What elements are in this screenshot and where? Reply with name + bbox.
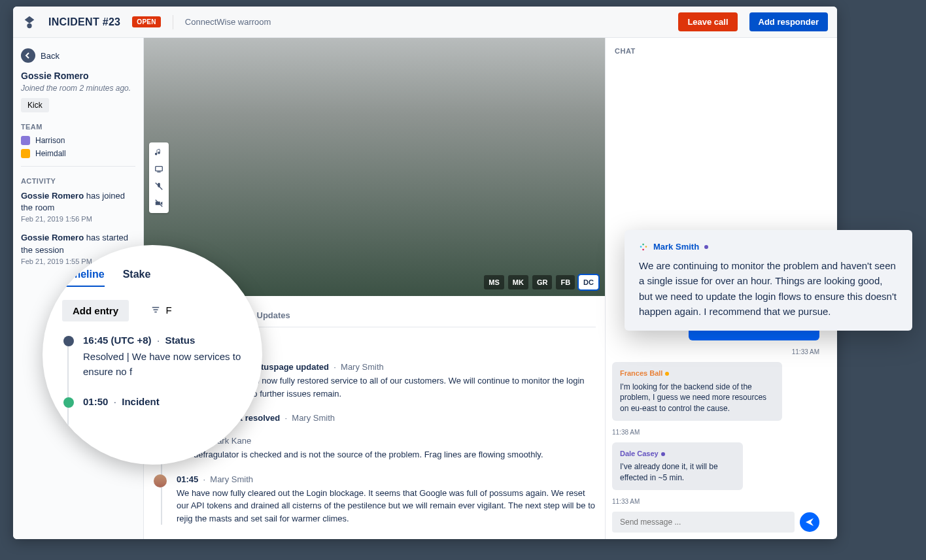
music-icon[interactable]	[152, 145, 166, 159]
msg-time: 11:33 AM	[792, 348, 819, 355]
svg-rect-3	[640, 246, 642, 248]
callout-card: Mark Smith We are continuing to monitor …	[625, 230, 912, 331]
team-swatch	[21, 149, 30, 158]
team-section-label: TEAM	[21, 123, 135, 131]
team-item[interactable]: Heimdall	[21, 149, 135, 158]
timeline-item: 01:45 · Mary Smith We have now fully cle…	[177, 474, 596, 525]
svg-point-0	[27, 23, 31, 27]
msg-author: Dale Casey	[620, 449, 735, 459]
callout-author: Mark Smith	[639, 242, 898, 252]
msg-time: 11:38 AM	[612, 429, 819, 436]
chat-message: Frances Ball I'm looking for the backend…	[612, 362, 782, 421]
add-responder-button[interactable]: Add responder	[749, 12, 828, 31]
participant-chip[interactable]: MK	[508, 275, 528, 289]
slack-icon	[639, 242, 648, 252]
back-label: Back	[41, 51, 60, 61]
filter-icon	[151, 305, 160, 314]
msg-time: 11:33 AM	[612, 498, 819, 505]
activity-item: Gossie Romero has joined the room Feb 21…	[21, 190, 135, 223]
send-icon	[804, 517, 815, 527]
avatar-icon	[154, 474, 167, 487]
video-controls	[149, 142, 169, 213]
participant-strip: MS MK GR FB DC	[484, 275, 598, 289]
lens-filter[interactable]: F	[151, 305, 171, 316]
svg-rect-4	[642, 243, 644, 245]
divider	[21, 166, 135, 167]
camera-off-icon[interactable]	[152, 196, 166, 210]
svg-rect-1	[156, 167, 163, 171]
room-name: ConnectWise warroom	[185, 17, 271, 27]
participant-chip[interactable]: GR	[532, 275, 553, 289]
status-icon	[63, 336, 74, 346]
msg-author: Frances Ball	[620, 369, 774, 378]
logo-icon	[22, 14, 37, 30]
screen-share-icon[interactable]	[152, 162, 166, 176]
back-arrow-icon	[21, 48, 35, 63]
lens-tab-stakeholder[interactable]: Stake	[123, 263, 151, 287]
participant-chip[interactable]: FB	[556, 275, 575, 289]
send-button[interactable]	[800, 512, 819, 532]
status-badge: OPEN	[132, 16, 161, 27]
topbar: INCIDENT #23 OPEN ConnectWise warroom Le…	[13, 7, 837, 38]
svg-rect-2	[157, 172, 160, 173]
chat-input[interactable]	[612, 512, 795, 533]
back-button[interactable]: Back	[21, 46, 135, 71]
magnifier-overlay: Timeline Stake Add entry F 16:45 (UTC +8…	[43, 245, 262, 465]
leave-call-button[interactable]: Leave call	[678, 12, 737, 31]
kick-button[interactable]: Kick	[21, 98, 49, 112]
chat-input-row	[606, 505, 826, 539]
divider	[173, 15, 173, 29]
video-feed[interactable]: MS MK GR FB DC	[144, 38, 605, 296]
chat-header: CHAT	[606, 38, 826, 64]
incident-title: INCIDENT #23	[48, 16, 120, 28]
participant-chip-active[interactable]: DC	[579, 275, 598, 289]
participant-chip[interactable]: MS	[484, 275, 504, 289]
team-name: Heimdall	[35, 149, 66, 158]
team-name: Harrison	[35, 136, 65, 145]
resolved-icon	[63, 397, 74, 408]
callout-body: We are continuing to monitor the problem…	[639, 258, 898, 319]
timeline-item: 01:50 · Mark Kane The defragulator is ch…	[177, 436, 596, 461]
chat-message: Dale Casey I've already done it, it will…	[612, 442, 743, 490]
svg-rect-6	[642, 248, 644, 250]
mic-mute-icon[interactable]	[152, 179, 166, 193]
activity-section-label: ACTIVITY	[21, 177, 135, 185]
activity-time: Feb 21, 2019 1:56 PM	[21, 215, 135, 223]
svg-rect-5	[645, 246, 647, 248]
team-swatch	[21, 136, 30, 145]
lens-timeline-item: 01:50 · Incident	[83, 396, 243, 407]
lens-timeline-item: 16:45 (UTC +8) · Status Resolved | We ha…	[83, 335, 243, 379]
joined-text: Joined the room 2 minutes ago.	[21, 84, 135, 93]
presence-dot-icon	[704, 245, 708, 249]
user-name: Gossie Romero	[21, 71, 135, 81]
lens-add-entry-button[interactable]: Add entry	[62, 300, 129, 321]
team-item[interactable]: Harrison	[21, 136, 135, 145]
